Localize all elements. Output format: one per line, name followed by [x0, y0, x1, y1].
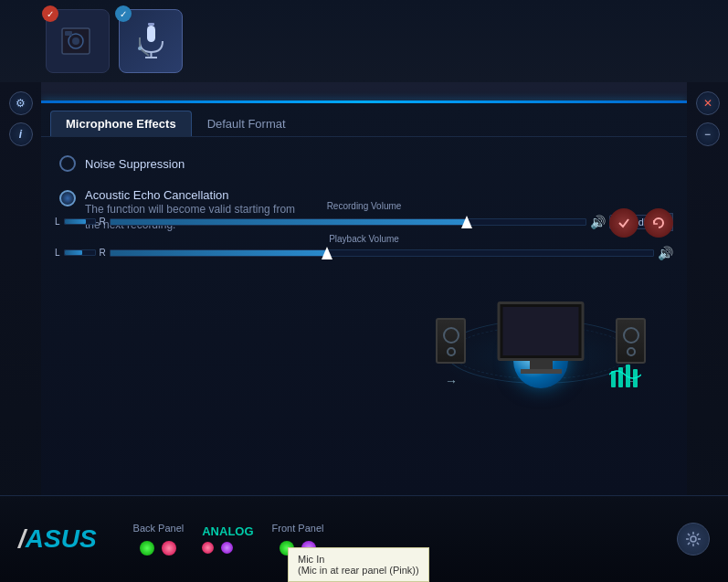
speaker-icon — [58, 21, 99, 62]
refresh-button[interactable] — [644, 208, 673, 238]
bottom-settings-button[interactable] — [677, 523, 710, 556]
tab-microphone-effects[interactable]: Microphone Effects — [50, 111, 192, 136]
app-frame: ✓ ✓ — [0, 0, 728, 582]
back-panel-dot-green[interactable] — [140, 541, 154, 556]
playback-vol-speaker-icon: 🔊 — [658, 246, 673, 260]
mic-check-badge: ✓ — [115, 5, 132, 22]
tab-content: Noise Suppression Acoustic Echo Cancella… — [41, 137, 687, 265]
volume-controls: Recording Volume L R — [55, 201, 673, 260]
bottom-right-actions — [677, 523, 710, 556]
recording-volume-slider[interactable] — [110, 218, 586, 226]
confirm-button[interactable] — [609, 208, 638, 238]
svg-point-15 — [691, 536, 696, 542]
svg-rect-3 — [65, 31, 72, 36]
front-panel-dot-purple[interactable] — [301, 541, 316, 556]
settings-button[interactable]: ⚙ — [9, 91, 33, 115]
info-button[interactable]: i — [9, 122, 33, 146]
bottom-gear-icon — [685, 531, 702, 547]
analog-label: ANALOG — [202, 524, 253, 538]
back-panel-dot-pink[interactable] — [162, 541, 176, 556]
analog-label-area: ANALOG — [202, 524, 253, 554]
svg-point-10 — [138, 47, 142, 50]
analog-dot-purple-right — [221, 542, 233, 554]
close-button[interactable]: ✕ — [696, 91, 720, 115]
playback-volume-section: Playback Volume L R — [55, 234, 673, 260]
noise-suppression-radio[interactable] — [59, 155, 76, 172]
recording-volume-section: Recording Volume L R — [55, 201, 673, 231]
main-content: Microphone Effects Default Format Noise … — [41, 103, 687, 495]
playback-vol-l: L — [55, 248, 60, 258]
minimize-button[interactable]: − — [696, 122, 720, 146]
svg-rect-7 — [148, 23, 154, 26]
recording-vol-l: L — [55, 217, 60, 227]
analog-dot-pink-left — [202, 542, 214, 554]
svg-rect-12 — [618, 367, 623, 387]
recording-volume-label: Recording Volume — [55, 201, 673, 211]
back-panel-group: Back Panel — [133, 523, 185, 556]
svg-rect-4 — [147, 26, 155, 42]
recording-vol-r: R — [100, 217, 106, 227]
front-panel-group: Front Panel — [272, 523, 324, 556]
noise-suppression-label: Noise Suppression — [85, 157, 185, 171]
microphone-icon — [131, 21, 172, 62]
visualization-area: → ← — [413, 155, 669, 411]
device-speakers[interactable]: ✓ — [46, 9, 110, 73]
device-microphone[interactable]: ✓ — [119, 9, 183, 73]
front-panel-label: Front Panel — [272, 523, 324, 534]
tab-bar: Microphone Effects Default Format — [41, 103, 687, 137]
equalizer-icon — [609, 362, 641, 393]
top-device-bar: ✓ ✓ — [0, 0, 728, 82]
back-panel-label: Back Panel — [133, 523, 185, 534]
back-panel-dots — [140, 541, 176, 556]
playback-volume-slider[interactable] — [110, 249, 654, 257]
action-buttons-area — [609, 208, 673, 238]
bottom-bar: /ASUS Back Panel ANALOG Front Panel — [0, 495, 728, 582]
svg-point-2 — [72, 37, 79, 45]
front-panel-dot-green[interactable] — [280, 541, 294, 556]
playback-volume-label: Playback Volume — [55, 234, 673, 244]
svg-rect-11 — [611, 371, 616, 387]
speakers-check-badge: ✓ — [42, 5, 58, 22]
asus-logo: /ASUS — [18, 524, 97, 554]
recording-vol-speaker-icon: 🔊 — [590, 215, 606, 229]
front-panel-dots — [280, 541, 316, 556]
playback-vol-r: R — [100, 248, 106, 258]
tab-default-format[interactable]: Default Format — [192, 111, 301, 136]
